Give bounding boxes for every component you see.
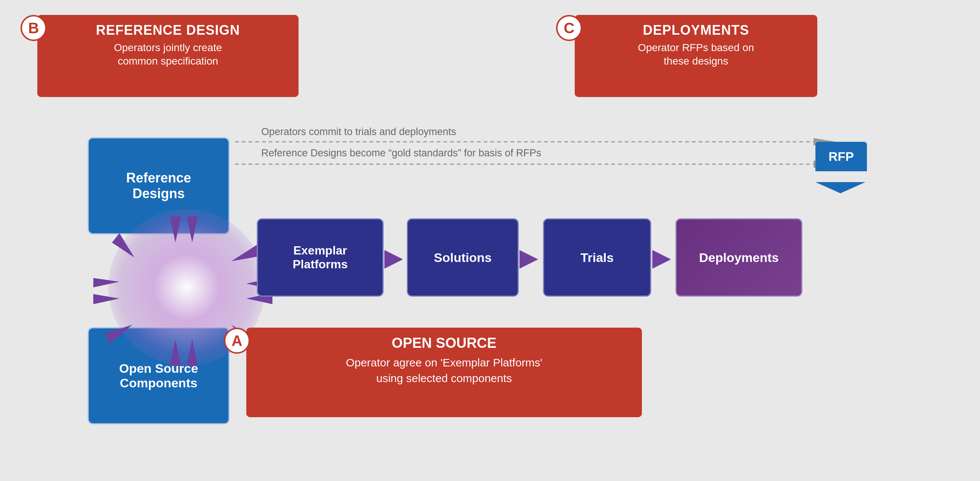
svg-marker-19 xyxy=(815,182,865,193)
label-operators-commit: Operators commit to trials and deploymen… xyxy=(261,126,456,138)
open-source-title: OPEN SOURCE xyxy=(258,335,631,351)
label-reference-designs-gold: Reference Designs become “gold standards… xyxy=(261,147,541,159)
svg-marker-14 xyxy=(170,339,181,366)
open-source-subtitle: Operator agree on 'Exemplar Platforms'us… xyxy=(258,355,631,386)
badge-a: A xyxy=(224,328,250,354)
solutions-box: Solutions xyxy=(407,218,519,297)
deployments-title: DEPLOYMENTS xyxy=(586,22,806,38)
badge-c: C xyxy=(556,15,582,41)
deployments-subtitle: Operator RFPs based onthese designs xyxy=(586,41,806,68)
svg-marker-16 xyxy=(384,250,403,269)
open-source-box: OPEN SOURCE Operator agree on 'Exemplar … xyxy=(246,328,642,417)
reference-design-subtitle: Operators jointly createcommon specifica… xyxy=(49,41,287,68)
svg-marker-18 xyxy=(652,250,671,269)
rfp-pennant xyxy=(815,182,865,193)
svg-marker-9 xyxy=(93,278,119,287)
deployments-box: Deployments xyxy=(676,218,802,297)
svg-marker-12 xyxy=(170,217,181,242)
arrow-solutions-trials xyxy=(519,246,546,272)
svg-marker-11 xyxy=(105,325,132,343)
badge-b: B xyxy=(21,15,47,41)
diagram: REFERENCE DESIGN Operators jointly creat… xyxy=(0,0,980,481)
svg-marker-13 xyxy=(186,217,198,242)
header-reference-design: REFERENCE DESIGN Operators jointly creat… xyxy=(37,15,299,97)
svg-marker-15 xyxy=(186,339,198,366)
header-deployments: DEPLOYMENTS Operator RFPs based onthese … xyxy=(575,15,817,97)
svg-marker-10 xyxy=(93,294,119,304)
reference-design-title: REFERENCE DESIGN xyxy=(49,22,287,38)
svg-marker-8 xyxy=(112,233,134,258)
exemplar-platforms-box: ExemplarPlatforms xyxy=(257,218,383,297)
svg-marker-17 xyxy=(519,250,538,269)
arrow-trials-deployments xyxy=(652,246,678,272)
rfp-tag: RFP xyxy=(815,142,867,171)
trials-box: Trials xyxy=(543,218,651,297)
